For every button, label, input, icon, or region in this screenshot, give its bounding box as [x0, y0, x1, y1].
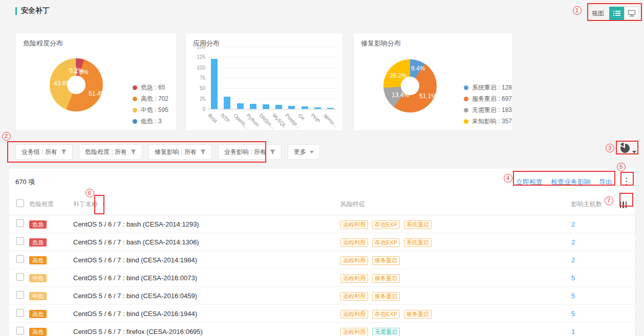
column-header-patch-name[interactable]: 补丁名称 ↑: [73, 200, 340, 209]
x-axis-label: PHP: [310, 113, 321, 124]
risk-tag: 服务重启: [372, 292, 400, 301]
risk-distribution-card: 危险程度分布 0.2%4.8%43.6%51.4% 危急 : 65高危 : 70…: [15, 33, 177, 131]
row-checkbox[interactable]: [16, 237, 24, 245]
bar: [288, 106, 295, 109]
page-title: 安全补丁: [21, 6, 50, 15]
row-checkbox-cell: [16, 273, 29, 283]
row-checkbox-cell: [16, 291, 29, 301]
risk-chart-title: 危险程度分布: [23, 39, 63, 48]
patch-name-cell: CentOS 5 / 6 / 7 : bash (CESA-2014:1293): [73, 220, 340, 228]
y-axis-tick: 50: [191, 85, 205, 91]
row-checkbox-cell: [16, 219, 29, 229]
severity-cell: 高危: [29, 309, 73, 318]
risk-tag: 远程利用: [340, 328, 368, 336]
more-actions-button[interactable]: [624, 176, 629, 187]
filter-button-0[interactable]: 业务组 : 所有: [15, 144, 73, 160]
legend-dot: [464, 85, 468, 90]
table-row: 中危CentOS 5 / 6 / 7 : bind (CESA-2016:007…: [9, 269, 635, 287]
affected-hosts-link[interactable]: 2: [563, 238, 575, 246]
y-axis-tick: 100: [191, 65, 205, 71]
more-filters-button[interactable]: 更多: [288, 144, 320, 160]
filter-funnel-icon: [61, 149, 67, 155]
y-axis-tick: 150: [191, 44, 205, 50]
filter-funnel-icon: [131, 149, 136, 155]
security-patch-page: 安全补丁 视图: [0, 0, 644, 336]
annotation-number-7: 7: [605, 196, 613, 205]
legend-dot: [464, 97, 468, 101]
bar: [263, 104, 269, 109]
row-checkbox[interactable]: [16, 219, 24, 227]
list-view-icon: [613, 10, 620, 16]
list-view-button[interactable]: [609, 7, 624, 20]
check-business-impact-link[interactable]: 检查业务影响: [551, 177, 591, 187]
filter-button-3[interactable]: 业务影响 : 所有: [218, 144, 282, 160]
filter-button-1[interactable]: 危险程度 : 所有: [79, 144, 142, 160]
column-header-risk[interactable]: 风险特征: [340, 200, 563, 209]
table-row: 危急CentOS 5 / 6 / 7 : bash (CESA-2014:130…: [9, 233, 635, 251]
risk-tag: 远程利用: [340, 220, 368, 229]
severity-cell: 高危: [29, 255, 73, 264]
fix-impact-distribution-card: 修复影响分布 9.4%26.2%13.4%51.1% 系统重启 : 128服务重…: [353, 33, 513, 131]
host-view-button[interactable]: [624, 7, 639, 20]
risk-tags-cell: 远程利用服务重启: [340, 291, 563, 301]
severity-cell: 中危: [29, 273, 73, 282]
row-checkbox[interactable]: [16, 291, 24, 299]
gridline: [208, 78, 337, 78]
patch-name-cell: CentOS 5 / 6 / 7 : bind (CESA-2014:1984): [73, 256, 340, 264]
affected-hosts-link[interactable]: 5: [563, 292, 575, 300]
risk-tag: 服务重启: [404, 310, 432, 319]
affected-hosts-link[interactable]: 5: [563, 274, 575, 282]
affected-hosts-link[interactable]: 2: [563, 256, 575, 264]
bar: [327, 108, 334, 109]
severity-badge: 高危: [29, 328, 47, 336]
column-header-severity[interactable]: 危险程度: [29, 200, 73, 209]
gridline: [208, 88, 337, 88]
column-header-hosts[interactable]: 影响主机数: [563, 200, 602, 209]
sort-arrow[interactable]: ↑: [102, 200, 105, 208]
row-checkbox[interactable]: [16, 327, 24, 334]
row-checkbox-cell: [16, 255, 29, 265]
view-controls: 视图: [592, 7, 639, 20]
chevron-down-icon: [310, 151, 314, 153]
column-settings-button[interactable]: [619, 200, 628, 209]
risk-tags-cell: 远程利用服务重启: [340, 273, 563, 283]
legend-item: 高危 : 702: [133, 95, 168, 103]
row-checkbox[interactable]: [16, 309, 24, 317]
view-toggle-label: 视图: [592, 9, 604, 18]
affected-hosts-link[interactable]: 2: [563, 220, 575, 228]
affected-hosts-link[interactable]: 1: [563, 328, 575, 335]
row-checkbox[interactable]: [16, 273, 24, 281]
slice-percent-label: 13.4%: [392, 92, 409, 99]
legend-item: 服务重启 : 697: [464, 95, 512, 103]
legend-item: 中危 : 595: [133, 106, 168, 115]
legend-dot: [133, 119, 137, 124]
risk-tag: 服务重启: [372, 274, 400, 283]
legend-dot: [133, 85, 137, 90]
y-axis-tick: 0: [191, 106, 205, 112]
legend-item: 低危 : 3: [133, 117, 168, 126]
page-header: 安全补丁: [15, 6, 50, 15]
patch-name-cell: CentOS 5 / 6 / 7 : bind (CESA-2016:1944): [73, 310, 340, 318]
check-now-link[interactable]: 立即检查: [516, 177, 543, 187]
impact-chart-title: 修复影响分布: [361, 39, 401, 48]
filter-button-label: 业务组 : 所有: [22, 148, 57, 156]
application-distribution-card: 应用分布 0255075100125150 BindNTPOpenL...Pyt…: [185, 33, 343, 131]
chart-toggle-button[interactable]: [619, 143, 636, 153]
risk-tag: 系统重启: [404, 220, 432, 229]
risk-tag: 存在EXP: [372, 220, 400, 229]
filter-funnel-icon: [200, 149, 206, 155]
severity-badge: 高危: [29, 256, 47, 264]
slice-percent-label: 51.4%: [89, 90, 106, 97]
row-checkbox[interactable]: [16, 255, 24, 263]
x-axis-label: Bind: [207, 113, 218, 124]
export-link[interactable]: 导出: [599, 177, 612, 187]
filter-button-2[interactable]: 修复影响 : 所有: [148, 144, 212, 160]
bar: [250, 104, 256, 109]
select-all-checkbox[interactable]: [16, 199, 24, 207]
legend-label: 低危 : 3: [141, 117, 162, 126]
affected-hosts-link[interactable]: 5: [563, 310, 575, 318]
risk-tag: 服务重启: [372, 256, 400, 265]
table-row: 高危CentOS 5 / 6 / 7 : bind (CESA-2014:198…: [9, 251, 635, 269]
y-axis-tick: 75: [191, 75, 205, 81]
fix-impact-donut: [383, 59, 437, 113]
